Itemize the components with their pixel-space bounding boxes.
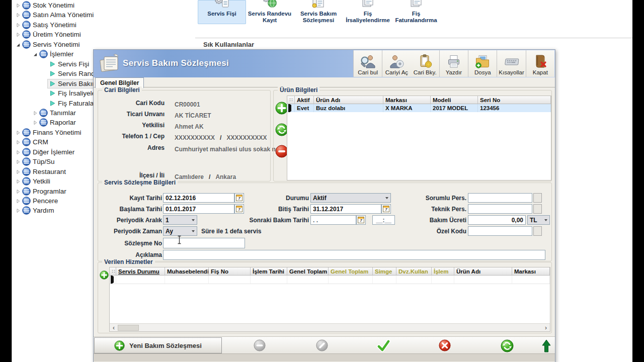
collapse-arrow-icon[interactable] — [32, 52, 38, 57]
kapat-button[interactable]: Kapat — [526, 50, 554, 77]
product-row[interactable]: EvetBuz dolabıX MARKA2017 MODEL123456 — [287, 104, 551, 112]
menu-sphere-icon — [22, 1, 31, 10]
confirm-icon-button[interactable] — [377, 339, 390, 352]
column-header-markas[interactable]: Markası — [512, 267, 550, 276]
teknik-pers-input[interactable] — [468, 204, 532, 214]
periyodik-aralik-select[interactable]: 1 — [163, 215, 197, 225]
currency-select[interactable]: TL — [527, 215, 550, 225]
collapse-arrow-icon[interactable] — [15, 42, 21, 47]
column-header-i-lem-tarihi[interactable]: İşlem Tarihi — [251, 267, 287, 276]
bitis-tarihi-input[interactable]: 31.12.2017 — [310, 204, 381, 214]
sidebar-item-retim-y-netimi[interactable]: Üretim Yönetimi — [12, 30, 195, 39]
expand-arrow-icon[interactable] — [15, 150, 21, 155]
calendar-button[interactable] — [356, 215, 366, 225]
toolbar-button-label: Kısayollar — [499, 69, 524, 76]
expand-arrow-icon[interactable] — [15, 140, 21, 145]
aciklama-input[interactable] — [163, 250, 545, 260]
cariyi-a-button[interactable]: Cariyi Aç — [382, 50, 411, 77]
lookup-button[interactable] — [533, 226, 542, 236]
field-label: Durumu — [286, 195, 309, 202]
ozel-kodu-input[interactable] — [468, 226, 532, 236]
refresh-icon-button[interactable] — [501, 339, 514, 352]
dialog-titlebar[interactable]: Servis Bakım Sözleşmesi Cari bul Cariyi … — [94, 50, 555, 77]
topbar-item-servis-fi-i[interactable]: Servis Fişi — [198, 0, 246, 24]
column-header-modeli[interactable]: Modeli — [431, 96, 478, 104]
expand-arrow-icon[interactable] — [15, 159, 21, 164]
column-header-r-n-ad[interactable]: Ürün Adı — [314, 96, 383, 104]
minus-icon-button[interactable] — [254, 339, 266, 351]
sidebar-item-servis-y-netimi[interactable]: Servis Yönetimi — [12, 40, 195, 49]
new-contract-button[interactable]: Yeni Bakım Sözleşmesi — [94, 337, 222, 353]
column-header-r-n-ad[interactable]: Ürün Adı — [454, 267, 512, 276]
horizontal-scrollbar[interactable]: ‹ › — [110, 323, 550, 331]
disabled-icon-button[interactable] — [316, 339, 328, 351]
field-value: Ahmet AK — [175, 122, 204, 131]
column-header-i-lem[interactable]: İşlem — [432, 267, 454, 276]
column-header-dvz-kullan[interactable]: Dvz.Kullan — [396, 267, 432, 276]
sidebar-item-label: Diğer İşlemler — [33, 148, 74, 156]
lookup-button[interactable] — [533, 204, 542, 214]
expand-arrow-icon[interactable] — [15, 189, 21, 194]
calendar-button[interactable] — [381, 204, 391, 214]
sorumlu-pers-input[interactable] — [468, 193, 532, 203]
calendar-button[interactable] — [234, 193, 244, 203]
calendar-button[interactable] — [234, 204, 244, 214]
sidebar-item-stok-y-netimi[interactable]: Stok Yönetimi — [12, 1, 195, 10]
cari-bky-button[interactable]: Cari Bky. — [411, 50, 439, 77]
kayit-tarihi-input[interactable]: 02.12.2016 — [163, 193, 234, 203]
scroll-left-icon[interactable]: ‹ — [110, 324, 118, 331]
k-sayollar-button[interactable]: Kısayollar — [497, 50, 525, 77]
scrollbar-thumb[interactable] — [118, 325, 139, 331]
topbar-item-servis-randevu-kay-t[interactable]: Servis Randevu Kayıt — [246, 0, 294, 24]
column-header-markas[interactable]: Markası — [383, 96, 431, 104]
field-value: Çamlıdere/Ankara — [175, 172, 236, 181]
column-header-muhasebelendi[interactable]: Muhasebelendi — [165, 267, 209, 276]
column-header-fi-no[interactable]: Fiş No — [209, 267, 251, 276]
expand-arrow-icon[interactable] — [32, 120, 38, 125]
expand-arrow-icon[interactable] — [32, 111, 38, 116]
sonraki-bakim-time-input[interactable]: __:__ — [372, 215, 395, 225]
column-header-servis-durumu[interactable]: Servis Durumu — [116, 267, 165, 276]
cancel-icon-button[interactable] — [439, 339, 451, 351]
column-header-genel-toplam[interactable]: Genel Toplam — [287, 267, 329, 276]
column-header-genel-toplam[interactable]: Genel Toplam — [329, 267, 373, 276]
baslama-tarihi-input[interactable]: 01.01.2017 — [163, 204, 234, 214]
expand-arrow-icon[interactable] — [15, 130, 21, 135]
product-cell: Evet — [295, 104, 314, 112]
dosya-icon — [475, 52, 490, 69]
sidebar-item-sat-y-netimi[interactable]: Satış Yönetimi — [12, 20, 195, 30]
toolbar-button-label: Dosya — [474, 69, 491, 76]
add-service-button[interactable] — [100, 270, 109, 280]
column-header-seri-no[interactable]: Seri No — [478, 96, 551, 104]
sonraki-bakim-input[interactable]: . . — [310, 215, 356, 225]
field-label: Bakım Ücreti — [430, 217, 466, 224]
topbar-item-fi-i-rsaliyelendirme[interactable]: Fiş İrsaliyelendirme — [344, 0, 392, 24]
up-arrow-icon-button[interactable] — [541, 339, 551, 352]
expand-arrow-icon[interactable] — [15, 32, 21, 37]
expand-arrow-icon[interactable] — [15, 208, 21, 213]
durumu-select[interactable]: Aktif — [310, 193, 391, 203]
dosya-button[interactable]: Dosya — [468, 50, 497, 77]
column-header-aktif[interactable]: Aktif — [295, 96, 314, 104]
periyodik-zaman-select[interactable]: Ay — [163, 226, 197, 236]
expand-arrow-icon[interactable] — [15, 199, 21, 204]
cari-bul-button[interactable]: Cari bul — [354, 50, 382, 77]
drag-handle-icon: :: — [110, 267, 116, 276]
sozlesme-no-input[interactable] — [163, 238, 245, 248]
yazd-r-button[interactable]: Yazdır — [439, 50, 468, 77]
topbar-item-servis-bak-m-s-zle-mesi[interactable]: Servis Bakım Sözleşmesi — [294, 0, 343, 24]
expand-arrow-icon[interactable] — [15, 3, 21, 8]
expand-arrow-icon[interactable] — [15, 169, 21, 174]
expand-arrow-icon[interactable] — [15, 23, 21, 28]
sidebar-item-sat-n-alma-y-netimi[interactable]: Satın Alma Yönetimi — [12, 10, 195, 20]
column-header-simge[interactable]: Simge — [373, 267, 396, 276]
empty-service-row[interactable] — [110, 276, 550, 284]
cari-bul-icon — [360, 52, 375, 69]
bakim-ucreti-input[interactable]: 0,00 — [468, 215, 526, 225]
topbar-item-fi-faturaland-rma[interactable]: Fiş Faturalandırma — [392, 0, 440, 24]
expand-arrow-icon[interactable] — [15, 13, 21, 18]
top-stack-icon — [344, 0, 392, 10]
expand-arrow-icon[interactable] — [15, 179, 21, 184]
scroll-right-icon[interactable]: › — [542, 324, 550, 331]
lookup-button[interactable] — [533, 193, 542, 203]
